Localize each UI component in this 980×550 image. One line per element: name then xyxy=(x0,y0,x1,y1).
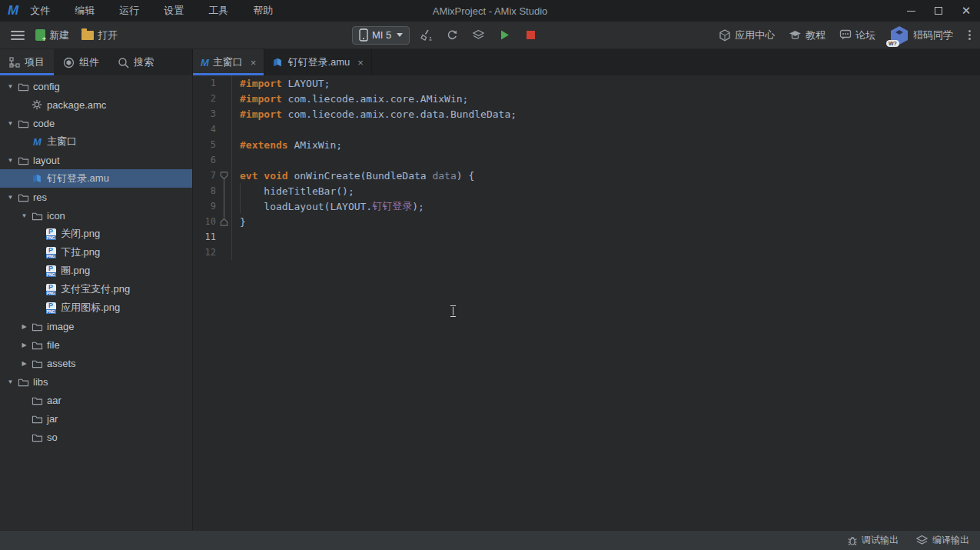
code-area[interactable]: 1 #import LAYOUT; 2 #import com.liecode.… xyxy=(193,75,980,530)
menu-item[interactable]: 工具 xyxy=(205,2,231,19)
menu-item[interactable]: 运行 xyxy=(116,2,142,19)
folder-icon xyxy=(16,155,30,165)
fold-marker[interactable] xyxy=(216,168,231,183)
code-line[interactable]: 4 xyxy=(193,122,980,137)
hamburger-menu-icon[interactable] xyxy=(11,31,25,40)
chevron-right-icon[interactable]: ▶ xyxy=(18,323,30,330)
tree-item[interactable]: package.amc xyxy=(0,95,192,114)
tree-item-label: res xyxy=(33,192,47,203)
device-selector[interactable]: MI 5 xyxy=(352,26,410,45)
tree-item[interactable]: PPNG 下拉.png xyxy=(0,243,192,262)
tree-item[interactable]: M 主窗口 xyxy=(0,132,192,151)
close-icon[interactable]: × xyxy=(357,57,364,68)
code-line[interactable]: 3 #import com.liecode.amix.core.data.Bun… xyxy=(193,106,980,122)
run-icon[interactable] xyxy=(496,27,513,44)
line-number: 1 xyxy=(193,78,216,88)
menu-item[interactable]: 帮助 xyxy=(250,2,276,19)
menu-item[interactable]: 设置 xyxy=(161,2,187,19)
chevron-down-icon[interactable]: ▼ xyxy=(5,120,16,127)
sidebar-tab-搜索[interactable]: 搜索 xyxy=(108,49,163,75)
tree-item-label: package.amc xyxy=(47,99,106,111)
forum-button[interactable]: 论坛 xyxy=(839,28,875,42)
tree-item[interactable]: ▼ config xyxy=(0,77,192,95)
tree-item-label: jar xyxy=(47,413,58,425)
code-editor[interactable]: 1 #import LAYOUT; 2 #import com.liecode.… xyxy=(193,75,980,530)
tree-item[interactable]: ▶ file xyxy=(0,335,192,354)
code-line[interactable]: 1 #import LAYOUT; xyxy=(193,75,980,91)
statusbar-layers-toggle[interactable]: 编译输出 xyxy=(915,534,969,547)
tree-item-label: icon xyxy=(47,210,65,222)
menu-item[interactable]: 编辑 xyxy=(71,2,98,19)
app-center-button[interactable]: 应用中心 xyxy=(719,28,775,42)
editor-tab[interactable]: 钉钉登录.amu × xyxy=(264,49,372,75)
overflow-menu-icon[interactable] xyxy=(967,30,972,40)
stop-icon[interactable] xyxy=(522,27,539,44)
editor-tab[interactable]: M主窗口 × xyxy=(193,49,264,75)
clean-icon[interactable] xyxy=(417,27,434,44)
code-line[interactable]: 12 xyxy=(193,245,980,260)
menu-item[interactable]: 文件 xyxy=(27,2,53,19)
toolbar: 新建 打开 MI 5 应用中心 教程 论坛 W? 猎码同学 xyxy=(0,22,980,49)
tree-item[interactable]: ▶ image xyxy=(0,317,192,335)
code-line[interactable]: 11 xyxy=(193,229,980,245)
chevron-down-icon[interactable]: ▼ xyxy=(5,157,16,164)
account-button[interactable]: W? 猎码同学 xyxy=(889,25,953,45)
tree-item-label: 支付宝支付.png xyxy=(61,282,130,296)
fold-gutter xyxy=(216,137,231,152)
close-icon[interactable]: × xyxy=(251,57,257,68)
code-line[interactable]: 6 xyxy=(193,152,980,168)
line-number: 9 xyxy=(193,201,216,212)
tree-item[interactable]: so xyxy=(0,428,192,446)
chevron-down-icon[interactable]: ▼ xyxy=(5,194,16,201)
tree-item[interactable]: PPNG 圈.png xyxy=(0,262,192,280)
code-line[interactable]: 10 } xyxy=(193,214,980,229)
new-file-button[interactable]: 新建 xyxy=(35,28,69,42)
tree-item[interactable]: 钉钉登录.amu xyxy=(0,169,192,188)
phone-icon xyxy=(359,28,368,42)
code-line[interactable]: 5 #extends AMixWin; xyxy=(193,137,980,152)
close-button[interactable]: ✕ xyxy=(952,0,980,22)
tree-item-label: file xyxy=(47,339,60,351)
menu-bar: 文件编辑运行设置工具帮助 xyxy=(27,2,276,19)
tree-item[interactable]: ▼ libs xyxy=(0,372,192,391)
open-button[interactable]: 打开 xyxy=(81,28,118,42)
tree-item[interactable]: PPNG 应用图标.png xyxy=(0,298,192,317)
tree-item[interactable]: aar xyxy=(0,391,192,409)
sidebar-tab-组件[interactable]: 组件 xyxy=(54,49,108,75)
folder-icon xyxy=(16,377,30,387)
folder-icon xyxy=(30,211,44,221)
chevron-down-icon[interactable]: ▼ xyxy=(5,378,16,385)
tree-item[interactable]: ▶ assets xyxy=(0,354,192,372)
run-controls: MI 5 xyxy=(352,26,539,45)
tree-item[interactable]: ▼ icon xyxy=(0,206,192,225)
tree-item[interactable]: PPNG 关闭.png xyxy=(0,225,192,243)
statusbar-bug-toggle[interactable]: 调试输出 xyxy=(847,534,899,547)
tutorial-button[interactable]: 教程 xyxy=(789,28,826,42)
chevron-down-icon[interactable]: ▼ xyxy=(5,83,16,90)
tree-item[interactable]: ▼ code xyxy=(0,114,192,132)
minimize-button[interactable] xyxy=(897,0,925,22)
tree-item[interactable]: ▼ res xyxy=(0,188,192,206)
sidebar-tab-项目[interactable]: 项目 xyxy=(0,49,54,75)
gear-icon xyxy=(30,99,44,110)
chevron-right-icon[interactable]: ▶ xyxy=(18,360,30,367)
tree-item-label: 应用图标.png xyxy=(61,301,120,315)
layers-icon[interactable] xyxy=(470,27,487,44)
tree-item[interactable]: jar xyxy=(0,409,192,428)
fold-gutter xyxy=(216,152,231,168)
code-line[interactable]: 2 #import com.liecode.amix.core.AMixWin; xyxy=(193,91,980,106)
line-number: 8 xyxy=(193,185,216,196)
code-line[interactable]: 8 hideTitleBar(); xyxy=(193,183,980,198)
tree-item[interactable]: ▼ layout xyxy=(0,151,192,169)
chevron-down-icon[interactable]: ▼ xyxy=(18,212,30,219)
tree-item[interactable]: PPNG 支付宝支付.png xyxy=(0,280,192,298)
fold-marker[interactable] xyxy=(216,214,231,229)
maximize-button[interactable] xyxy=(925,0,952,22)
fold-marker[interactable] xyxy=(216,183,231,198)
account-label: 猎码同学 xyxy=(913,28,953,42)
fold-marker[interactable] xyxy=(216,198,231,214)
chevron-right-icon[interactable]: ▶ xyxy=(18,342,30,348)
code-line[interactable]: 9 loadLayout(LAYOUT.钉钉登录); xyxy=(193,198,980,214)
code-line[interactable]: 7 evt void onWinCreate(BundleData data) … xyxy=(193,168,980,183)
restart-icon[interactable] xyxy=(443,27,460,44)
